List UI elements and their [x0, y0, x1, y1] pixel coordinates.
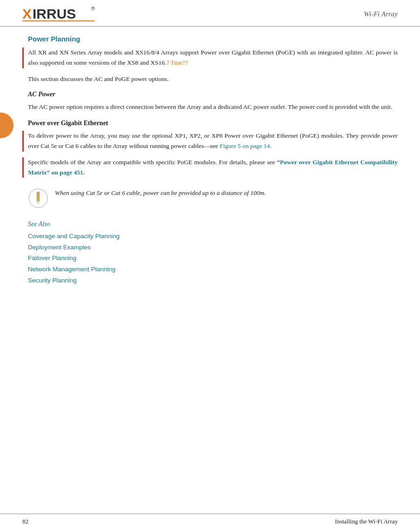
- para1-text: All XR and XN Series Array models and XS…: [28, 47, 398, 68]
- header-title: Wi-Fi Array: [364, 10, 398, 18]
- para3-container: To deliver power to the Array, you may u…: [28, 131, 398, 152]
- svg-marker-7: [37, 201, 40, 204]
- page-footer: 82 Installing the Wi-Fi Array: [0, 514, 420, 529]
- svg-text:IRRUS: IRRUS: [33, 6, 76, 21]
- pencil-note-icon: [28, 188, 48, 208]
- note-box: When using Cat 5e or Cat 6 cable, power …: [28, 185, 398, 211]
- see-also-heading: See Also: [28, 221, 398, 228]
- note-text: When using Cat 5e or Cat 6 cable, power …: [55, 188, 266, 198]
- figure5-link[interactable]: Figure 5 on page 14: [220, 142, 270, 149]
- bar-marker-1: [22, 47, 24, 68]
- main-content: Power Planning All XR and XN Series Arra…: [0, 27, 420, 294]
- footer-label: Installing the Wi-Fi Array: [335, 518, 398, 525]
- svg-text:®: ®: [91, 6, 95, 11]
- see-also-link-0[interactable]: Coverage and Capacity Planning: [28, 231, 398, 242]
- page-header: X IRRUS ® Wi-Fi Array: [0, 0, 420, 27]
- xirrus-logo: X IRRUS ®: [22, 6, 97, 22]
- see-also-links: Coverage and Capacity Planning Deploymen…: [28, 231, 398, 286]
- true-link[interactable]: ? True??: [167, 59, 188, 66]
- see-also-link-1[interactable]: Deployment Examples: [28, 242, 398, 253]
- page-number: 82: [22, 518, 28, 525]
- bar-marker-3: [22, 157, 24, 178]
- see-also-link-3[interactable]: Network Management Planning: [28, 264, 398, 275]
- subsection1-title: AC Power: [28, 91, 398, 98]
- section-heading: Power Planning: [28, 35, 398, 43]
- para2-text: This section discusses the AC and PoGE p…: [28, 74, 398, 84]
- subsection2-body1: To deliver power to the Array, you may u…: [28, 131, 398, 152]
- svg-rect-6: [37, 192, 40, 194]
- bar-marker-2: [22, 131, 24, 152]
- see-also-link-4[interactable]: Security Planning: [28, 275, 398, 286]
- subsection1-body: The AC power option requires a direct co…: [28, 102, 398, 112]
- orange-circle-decoration: [0, 113, 13, 138]
- svg-rect-5: [37, 193, 40, 201]
- subsection2-title: Power over Gigabit Ethernet: [28, 120, 398, 127]
- note-icon: [28, 188, 48, 208]
- para1-container: All XR and XN Series Array models and XS…: [28, 47, 398, 68]
- para4-container: Specific models of the Array are compati…: [28, 157, 398, 178]
- logo-area: X IRRUS ®: [22, 6, 97, 22]
- subsection2-body2: Specific models of the Array are compati…: [28, 157, 398, 178]
- see-also-link-2[interactable]: Failover Planning: [28, 253, 398, 264]
- svg-text:X: X: [22, 6, 32, 21]
